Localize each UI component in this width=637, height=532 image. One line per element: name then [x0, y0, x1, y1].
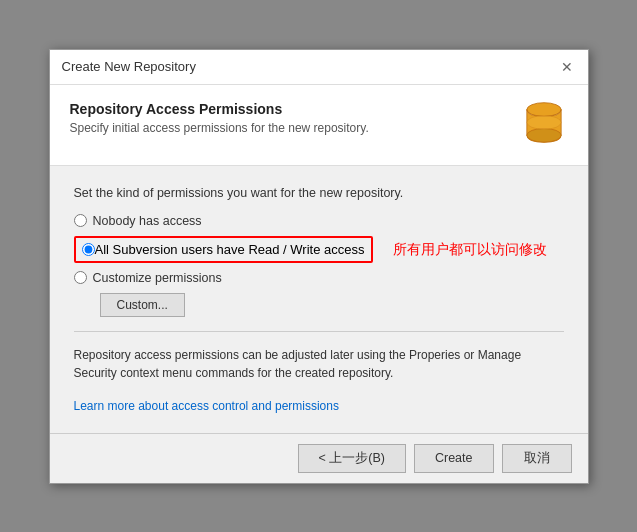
create-repository-dialog: Create New Repository ✕ Repository Acces… — [49, 49, 589, 484]
chinese-annotation: 所有用户都可以访问修改 — [393, 240, 547, 258]
custom-button-row: Custom... — [100, 293, 564, 317]
svg-point-2 — [526, 115, 560, 129]
section-subtext: Specify initial access permissions for t… — [70, 121, 369, 135]
radio-all-users[interactable] — [82, 243, 95, 256]
option-all-users-row: All Subversion users have Read / Write a… — [74, 236, 564, 263]
radio-customize[interactable] — [74, 271, 87, 284]
create-button[interactable]: Create — [414, 444, 494, 473]
database-icon — [520, 101, 568, 149]
learn-more-link[interactable]: Learn more about access control and perm… — [74, 399, 339, 413]
option-all-users-highlighted[interactable]: All Subversion users have Read / Write a… — [74, 236, 373, 263]
custom-button[interactable]: Custom... — [100, 293, 185, 317]
info-text: Repository access permissions can be adj… — [74, 346, 564, 382]
back-button[interactable]: < 上一步(B) — [298, 444, 406, 473]
intro-text: Set the kind of permissions you want for… — [74, 186, 564, 200]
header-section: Repository Access Permissions Specify in… — [50, 85, 588, 166]
svg-point-1 — [526, 128, 560, 142]
svg-point-0 — [526, 102, 560, 116]
option-customize[interactable]: Customize permissions — [74, 271, 564, 285]
section-heading: Repository Access Permissions — [70, 101, 369, 117]
label-customize: Customize permissions — [93, 271, 222, 285]
dialog-title: Create New Repository — [62, 59, 196, 74]
close-button[interactable]: ✕ — [558, 58, 576, 76]
option-nobody[interactable]: Nobody has access — [74, 214, 564, 228]
separator — [74, 331, 564, 332]
label-all-users: All Subversion users have Read / Write a… — [95, 242, 365, 257]
title-bar: Create New Repository ✕ — [50, 50, 588, 85]
label-nobody: Nobody has access — [93, 214, 202, 228]
header-text: Repository Access Permissions Specify in… — [70, 101, 369, 135]
cancel-button[interactable]: 取消 — [502, 444, 572, 473]
radio-nobody[interactable] — [74, 214, 87, 227]
dialog-footer: < 上一步(B) Create 取消 — [50, 433, 588, 483]
main-content: Set the kind of permissions you want for… — [50, 166, 588, 433]
